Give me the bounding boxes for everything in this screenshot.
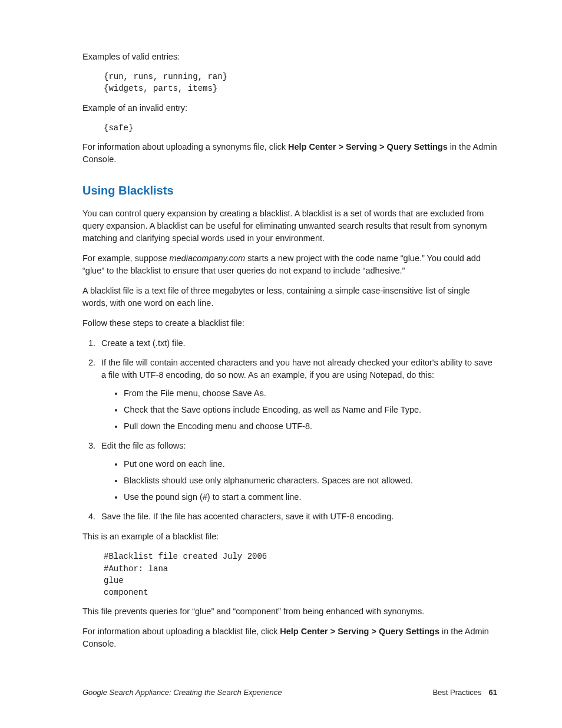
invalid-entry-code: {safe}	[104, 122, 497, 134]
step-4: Save the file. If the file has accented …	[98, 510, 497, 523]
step-2c: Pull down the Encoding menu and choose U…	[124, 420, 497, 433]
steps-list: Create a text (.txt) file. If the file w…	[82, 337, 497, 523]
help-path-blacklist: Help Center > Serving > Query Settings	[280, 627, 439, 636]
section-heading-blacklists: Using Blacklists	[82, 182, 497, 199]
step-2a: From the File menu, choose Save As.	[124, 387, 497, 400]
upload-blacklist-info: For information about uploading a blackl…	[82, 625, 497, 650]
step-3c: Use the pound sign (#) to start a commen…	[124, 491, 497, 503]
footer-section: Best Practices61	[432, 687, 497, 699]
document-page: Examples of valid entries: {run, runs, r…	[0, 0, 562, 728]
help-path-synonyms: Help Center > Serving > Query Settings	[288, 142, 448, 151]
step-3-substeps: Put one word on each line. Blacklists sh…	[101, 458, 497, 503]
footer-title: Google Search Appliance: Creating the Se…	[82, 687, 282, 699]
example-domain: mediacompany.com	[170, 253, 246, 263]
example-blacklist-code: #Blacklist file created July 2006 #Autho…	[104, 551, 497, 598]
upload-synonyms-info: For information about uploading a synony…	[82, 141, 497, 166]
page-footer: Google Search Appliance: Creating the Se…	[82, 687, 497, 699]
step-2: If the file will contain accented charac…	[98, 357, 497, 433]
blacklist-file-spec: A blacklist file is a text file of three…	[82, 285, 497, 309]
example-file-intro: This is an example of a blacklist file:	[82, 531, 497, 543]
valid-entries-code: {run, runs, running, ran} {widgets, part…	[104, 71, 497, 95]
invalid-entry-intro: Example of an invalid entry:	[82, 102, 497, 114]
page-number: 61	[489, 688, 497, 697]
step-3b: Blacklists should use only alphanumeric …	[124, 475, 497, 487]
valid-entries-intro: Examples of valid entries:	[82, 51, 497, 63]
step-2-substeps: From the File menu, choose Save As. Chec…	[101, 387, 497, 433]
example-explanation: This file prevents queries for “glue” an…	[82, 605, 497, 618]
step-3a: Put one word on each line.	[124, 458, 497, 470]
steps-intro: Follow these steps to create a blacklist…	[82, 317, 497, 330]
step-2b: Check that the Save options include Enco…	[124, 404, 497, 416]
step-3: Edit the file as follows: Put one word o…	[98, 440, 497, 503]
step-1: Create a text (.txt) file.	[98, 337, 497, 350]
blacklist-overview: You can control query expansion by creat…	[82, 207, 497, 245]
blacklist-example-scenario: For example, suppose mediacompany.com st…	[82, 252, 497, 277]
